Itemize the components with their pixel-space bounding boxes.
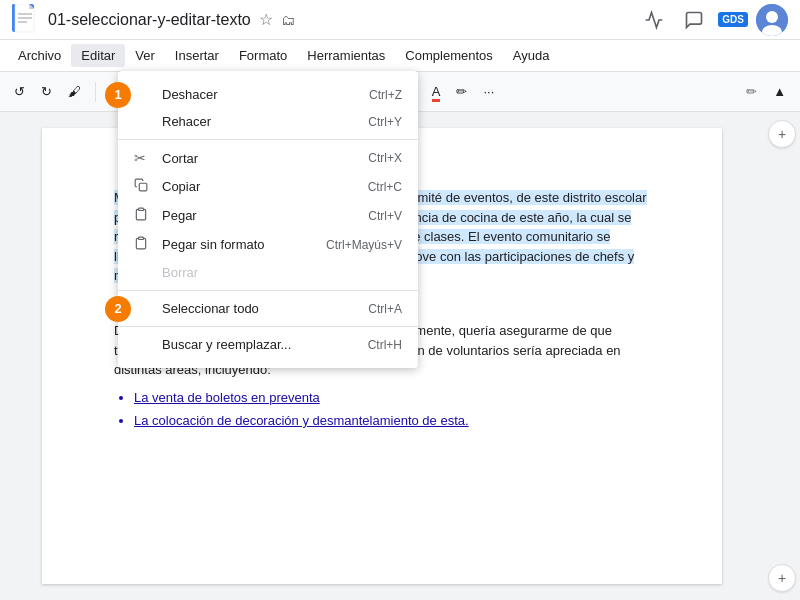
borrar-item: Borrar (118, 259, 418, 286)
pegar-sin-formato-icon (134, 236, 154, 253)
add-comment-button[interactable]: + (768, 120, 796, 148)
menu-herramientas[interactable]: Herramientas (297, 44, 395, 67)
star-icon[interactable]: ☆ (259, 10, 273, 29)
document-title: 01-seleccionar-y-editar-texto (48, 11, 251, 29)
copiar-icon (134, 178, 154, 195)
copiar-label: Copiar (162, 179, 336, 194)
right-sidebar: + + (764, 112, 800, 600)
deshacer-label: Deshacer (162, 87, 337, 102)
svg-rect-9 (139, 208, 144, 210)
copiar-item[interactable]: Copiar Ctrl+C (118, 172, 418, 201)
menu-ayuda[interactable]: Ayuda (503, 44, 560, 67)
seleccionar-todo-label: Seleccionar todo (162, 301, 336, 316)
menu-bar: Archivo Editar Ver Insertar Formato Herr… (0, 40, 800, 72)
toolbar-divider-1 (95, 82, 96, 102)
bullet-item-1: La venta de boletos en preventa (134, 388, 650, 408)
menu-ver[interactable]: Ver (125, 44, 165, 67)
comments-icon[interactable] (678, 4, 710, 36)
menu-archivo[interactable]: Archivo (8, 44, 71, 67)
pegar-item[interactable]: Pegar Ctrl+V (118, 201, 418, 230)
buscar-reemplazar-item[interactable]: Buscar y reemplazar... Ctrl+H (118, 331, 418, 358)
edit-dropdown-menu: 1 Deshacer Ctrl+Z Rehacer Ctrl+Y ✂ Corta… (118, 71, 418, 368)
profile-avatar[interactable] (756, 4, 788, 36)
bullet-item-2: La colocación de decoración y desmantela… (134, 411, 650, 431)
edit-mode-button[interactable]: ✏ (740, 80, 763, 103)
scroll-down-button[interactable]: + (768, 564, 796, 592)
svg-point-6 (766, 11, 778, 23)
copiar-shortcut: Ctrl+C (368, 180, 402, 194)
badge-2: 2 (105, 296, 131, 322)
rehacer-shortcut: Ctrl+Y (368, 115, 402, 129)
rehacer-item[interactable]: Rehacer Ctrl+Y (118, 108, 418, 135)
pegar-sin-formato-shortcut: Ctrl+Mayús+V (326, 238, 402, 252)
pegar-shortcut: Ctrl+V (368, 209, 402, 223)
docs-icon (12, 4, 40, 36)
more-button[interactable]: ··· (477, 80, 500, 103)
pegar-sin-formato-item[interactable]: Pegar sin formato Ctrl+Mayús+V (118, 230, 418, 259)
svg-rect-10 (139, 237, 144, 239)
paint-format-button[interactable]: 🖌 (62, 80, 87, 103)
folder-icon[interactable]: 🗂 (281, 12, 295, 28)
pegar-icon (134, 207, 154, 224)
cortar-icon: ✂ (134, 150, 154, 166)
deshacer-shortcut: Ctrl+Z (369, 88, 402, 102)
title-bar-left: 01-seleccionar-y-editar-texto ☆ 🗂 (12, 4, 638, 36)
gds-badge: GDS (718, 12, 748, 27)
pegar-label: Pegar (162, 208, 336, 223)
badge-1: 1 (105, 82, 131, 108)
clipboard-section: ✂ Cortar Ctrl+X Copiar Ctrl+C Pegar Ctrl… (118, 140, 418, 291)
redo-button[interactable]: ↻ (35, 80, 58, 103)
menu-editar[interactable]: Editar (71, 44, 125, 67)
activity-icon[interactable] (638, 4, 670, 36)
cortar-shortcut: Ctrl+X (368, 151, 402, 165)
seleccionar-todo-item[interactable]: 2 Seleccionar todo Ctrl+A (118, 295, 418, 322)
title-bar: 01-seleccionar-y-editar-texto ☆ 🗂 GDS (0, 0, 800, 40)
deshacer-item[interactable]: 1 Deshacer Ctrl+Z (118, 81, 418, 108)
collapse-toolbar-button[interactable]: ▲ (767, 80, 792, 103)
cortar-item[interactable]: ✂ Cortar Ctrl+X (118, 144, 418, 172)
bullet-list: La venta de boletos en preventa La coloc… (114, 388, 650, 431)
undo-button[interactable]: ↺ (8, 80, 31, 103)
pegar-sin-formato-label: Pegar sin formato (162, 237, 294, 252)
buscar-reemplazar-label: Buscar y reemplazar... (162, 337, 336, 352)
title-bar-right: GDS (638, 4, 788, 36)
font-color-button[interactable]: A (426, 80, 447, 103)
buscar-reemplazar-shortcut: Ctrl+H (368, 338, 402, 352)
svg-rect-8 (139, 183, 147, 191)
seleccionar-todo-shortcut: Ctrl+A (368, 302, 402, 316)
menu-formato[interactable]: Formato (229, 44, 297, 67)
select-section: 2 Seleccionar todo Ctrl+A (118, 291, 418, 327)
menu-complementos[interactable]: Complementos (395, 44, 502, 67)
cortar-label: Cortar (162, 151, 336, 166)
highlight-button[interactable]: ✏ (450, 80, 473, 103)
borrar-label: Borrar (162, 265, 402, 280)
menu-insertar[interactable]: Insertar (165, 44, 229, 67)
find-section: Buscar y reemplazar... Ctrl+H (118, 327, 418, 362)
undo-redo-section: 1 Deshacer Ctrl+Z Rehacer Ctrl+Y (118, 77, 418, 140)
rehacer-label: Rehacer (162, 114, 336, 129)
